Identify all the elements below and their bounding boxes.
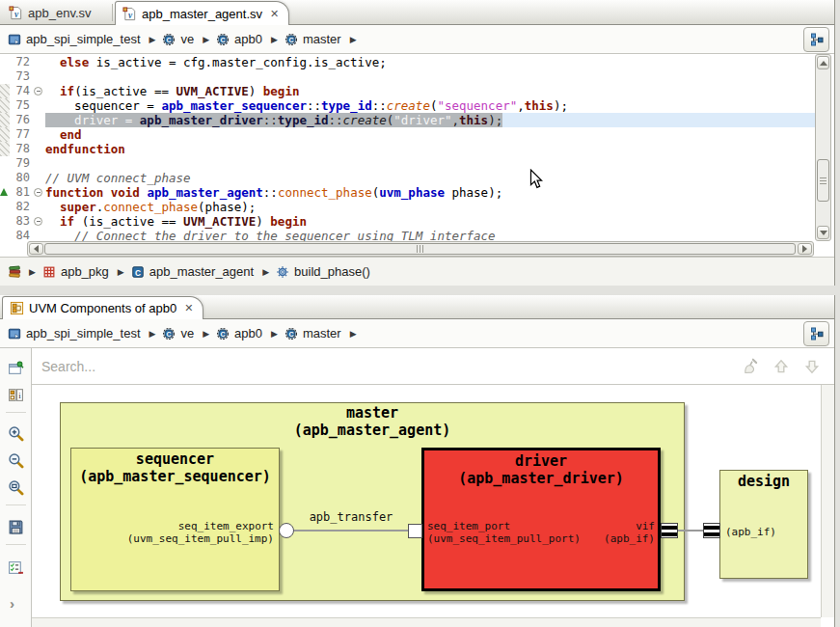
code-text[interactable]: endfunction bbox=[45, 142, 815, 156]
scroll-thumb[interactable] bbox=[44, 243, 796, 255]
arrow-down-icon[interactable] bbox=[803, 358, 821, 375]
diagram-canvas[interactable]: master (apb_master_agent) sequencer (apb… bbox=[32, 385, 821, 617]
line-number: 76 bbox=[10, 113, 32, 127]
search-input[interactable] bbox=[32, 359, 742, 374]
code-text[interactable]: // UVM connect_phase bbox=[45, 171, 815, 185]
breadcrumb-item-apb0[interactable]: apb0 bbox=[234, 32, 262, 46]
tab-uvm-components[interactable]: UVM Components of apb0 ✕ bbox=[2, 296, 203, 319]
code-line-76[interactable]: 76 driver = apb_master_driver::type_id::… bbox=[0, 113, 815, 127]
vif-connection-line bbox=[676, 530, 705, 532]
close-icon[interactable]: ✕ bbox=[184, 302, 193, 314]
code-line-79[interactable]: 79 bbox=[0, 156, 815, 171]
fold-collapse-icon[interactable] bbox=[34, 217, 42, 226]
code-text[interactable] bbox=[45, 69, 815, 84]
code-line-81[interactable]: 81function void apb_master_agent::connec… bbox=[0, 185, 815, 200]
breadcrumb-item-apb0[interactable]: apb0 bbox=[234, 326, 262, 341]
breadcrumb-item-agent-class[interactable]: apb_master_agent bbox=[149, 264, 254, 279]
code-text[interactable]: // Connect the driver to the sequencer u… bbox=[45, 229, 815, 241]
chevron-more-icon[interactable]: › bbox=[10, 595, 14, 612]
code-text[interactable] bbox=[45, 156, 815, 171]
gear-method-icon bbox=[276, 265, 289, 279]
uvm-components-view: UVM Components of apb0 ✕ apb_spi_simple_… bbox=[0, 295, 835, 627]
code-text[interactable]: else is_active = cfg.master_config.is_ac… bbox=[45, 55, 815, 69]
clear-search-broom-icon[interactable] bbox=[742, 358, 759, 375]
canvas-vertical-scrollbar[interactable] bbox=[821, 385, 834, 617]
code-text[interactable]: end bbox=[45, 127, 815, 142]
arrow-up-icon[interactable] bbox=[772, 358, 790, 375]
code-line-78[interactable]: 78endfunction bbox=[0, 142, 815, 156]
code-line-72[interactable]: 72 else is_active = cfg.master_config.is… bbox=[0, 55, 815, 69]
breadcrumb-item-master[interactable]: master bbox=[303, 326, 341, 341]
code-text[interactable]: if(is_active == UVM_ACTIVE) begin bbox=[45, 84, 815, 98]
code-line-74[interactable]: 74 if(is_active == UVM_ACTIVE) begin bbox=[0, 84, 815, 98]
filters-icon[interactable] bbox=[8, 559, 24, 576]
code-text[interactable]: super.connect_phase(phase); bbox=[45, 200, 815, 214]
line-number: 82 bbox=[10, 200, 32, 214]
master-box-title: master bbox=[61, 404, 684, 422]
horizontal-scrollbar[interactable] bbox=[27, 241, 814, 257]
class-icon bbox=[131, 265, 145, 279]
uvm-component-gear-icon bbox=[162, 327, 176, 341]
pin-view-icon[interactable] bbox=[8, 360, 24, 376]
scroll-left-button[interactable] bbox=[29, 243, 43, 255]
seq-item-export-port[interactable] bbox=[279, 523, 294, 538]
code-text[interactable]: if (is_active == UVM_ACTIVE) begin bbox=[45, 214, 815, 229]
line-number: 72 bbox=[10, 55, 32, 69]
vertical-scrollbar[interactable] bbox=[815, 54, 831, 241]
fold-margin bbox=[32, 171, 45, 185]
line-number: 83 bbox=[10, 214, 32, 229]
toolbar-separator bbox=[6, 504, 26, 505]
code-editor[interactable]: 72 else is_active = cfg.master_config.is… bbox=[0, 54, 834, 241]
code-text[interactable]: driver = apb_master_driver::type_id::cre… bbox=[45, 113, 815, 127]
seq-item-port[interactable] bbox=[408, 524, 422, 538]
canvas-horizontal-scrollbar[interactable] bbox=[32, 617, 821, 627]
code-line-80[interactable]: 80// UVM connect_phase bbox=[0, 171, 815, 185]
code-text[interactable]: sequencer = apb_master_sequencer::type_i… bbox=[45, 98, 815, 113]
breadcrumb-item-test[interactable]: apb_spi_simple_test bbox=[26, 326, 141, 341]
quickdiff-changed-marker bbox=[0, 84, 10, 98]
sash-divider[interactable] bbox=[0, 286, 840, 295]
legend-icon[interactable] bbox=[8, 387, 24, 403]
code-line-73[interactable]: 73 bbox=[0, 69, 815, 84]
breadcrumb-item-ve[interactable]: ve bbox=[180, 326, 194, 341]
uvm-component-gear-icon bbox=[285, 33, 298, 46]
tab-apb-master-agent[interactable]: apb_master_agent.sv ✕ bbox=[115, 1, 289, 25]
scroll-thumb[interactable] bbox=[817, 159, 829, 202]
code-line-75[interactable]: 75 sequencer = apb_master_sequencer::typ… bbox=[0, 98, 815, 113]
code-text[interactable]: function void apb_master_agent::connect_… bbox=[45, 185, 815, 200]
show-hierarchy-icon bbox=[809, 32, 825, 47]
show-hierarchy-button[interactable] bbox=[803, 27, 829, 52]
design-interface-port[interactable] bbox=[703, 523, 720, 538]
scroll-right-button[interactable] bbox=[798, 243, 812, 255]
code-line-77[interactable]: 77 end bbox=[0, 127, 815, 142]
breadcrumb-item-master[interactable]: master bbox=[303, 32, 341, 46]
code-line-82[interactable]: 82 super.connect_phase(phase); bbox=[0, 200, 815, 214]
close-icon[interactable]: ✕ bbox=[270, 8, 279, 20]
breadcrumb-item-ve[interactable]: ve bbox=[180, 32, 194, 46]
breadcrumb-item-build-phase[interactable]: build_phase() bbox=[294, 264, 370, 279]
breadcrumb-separator-icon: ▶ bbox=[118, 267, 124, 277]
seq-item-export-type-label: (uvm_seq_item_pull_imp) bbox=[127, 532, 274, 545]
tab-label: UVM Components of apb0 bbox=[29, 301, 176, 315]
tab-label: apb_env.sv bbox=[28, 6, 92, 20]
fold-collapse-icon[interactable] bbox=[34, 87, 42, 95]
scroll-down-button[interactable] bbox=[817, 226, 829, 239]
code-line-84[interactable]: 84 // Connect the driver to the sequence… bbox=[0, 229, 815, 241]
breadcrumb-item-test[interactable]: apb_spi_simple_test bbox=[26, 32, 141, 46]
breadcrumb-item-apb-pkg[interactable]: apb_pkg bbox=[61, 264, 109, 279]
save-diagram-icon[interactable] bbox=[8, 519, 24, 535]
seq-item-port-type-label: (uvm_seq_item_pull_port) bbox=[427, 532, 581, 545]
zoom-in-icon[interactable] bbox=[8, 425, 24, 442]
zoom-fit-icon[interactable] bbox=[8, 479, 24, 496]
fold-margin bbox=[32, 142, 45, 156]
scroll-up-button[interactable] bbox=[817, 56, 829, 69]
tab-apb-env[interactable]: apb_env.sv bbox=[2, 1, 101, 25]
code-line-83[interactable]: 83 if (is_active == UVM_ACTIVE) begin bbox=[0, 214, 815, 229]
design-box[interactable]: design bbox=[719, 470, 808, 579]
quickdiff-changed-marker bbox=[0, 113, 10, 127]
vif-interface-port[interactable] bbox=[661, 523, 678, 538]
show-hierarchy-button[interactable] bbox=[803, 321, 829, 346]
zoom-out-icon[interactable] bbox=[8, 452, 24, 469]
fold-collapse-icon[interactable] bbox=[34, 188, 42, 197]
vif-label: vif bbox=[636, 520, 655, 532]
